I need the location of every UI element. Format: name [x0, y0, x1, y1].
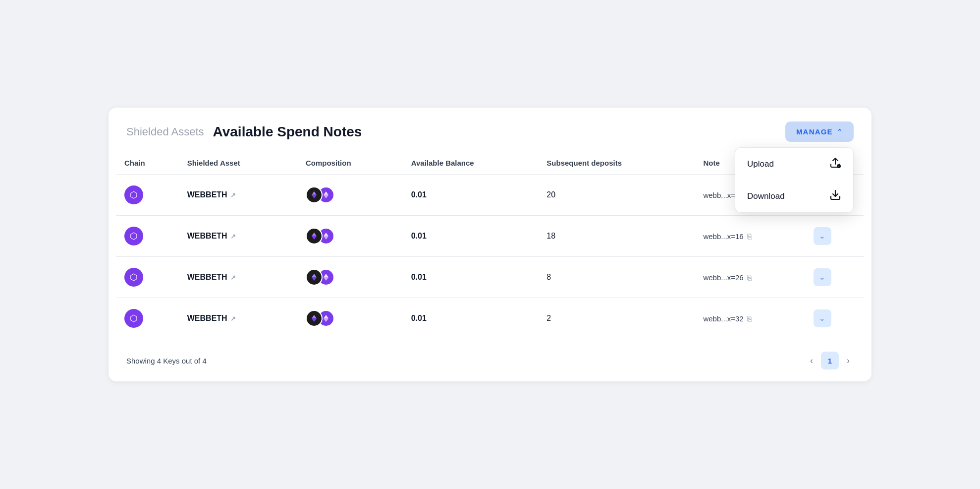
- col-chain: Chain: [116, 152, 179, 175]
- cell-balance: 0.01: [403, 216, 539, 257]
- balance-value: 0.01: [411, 314, 427, 322]
- main-container: Shielded Assets Available Spend Notes MA…: [109, 108, 871, 381]
- external-link-icon[interactable]: ↗: [230, 233, 236, 240]
- balance-value: 0.01: [411, 232, 427, 240]
- cell-chain: ⬡: [116, 216, 179, 257]
- upload-menu-item[interactable]: Upload: [735, 148, 853, 180]
- breadcrumb[interactable]: Shielded Assets: [126, 125, 204, 138]
- chevron-down-icon: ⌄: [819, 314, 825, 323]
- cell-composition: [298, 175, 403, 216]
- eth-composition-icon: [306, 269, 323, 286]
- external-link-icon[interactable]: ↗: [230, 315, 236, 322]
- header: Shielded Assets Available Spend Notes MA…: [109, 108, 871, 152]
- asset-name: WEBBETH ↗: [187, 314, 290, 323]
- cell-composition: [298, 298, 403, 339]
- header-left: Shielded Assets Available Spend Notes: [126, 124, 362, 140]
- asset-name-text: WEBBETH: [187, 314, 227, 323]
- cell-chain: ⬡: [116, 175, 179, 216]
- cell-subsequent-deposits: 8: [539, 257, 695, 298]
- upload-label: Upload: [747, 159, 774, 169]
- download-icon: [829, 189, 841, 203]
- note-value: webb...x=16: [703, 232, 743, 241]
- cell-asset: WEBBETH ↗: [179, 257, 298, 298]
- deposits-value: 18: [546, 232, 555, 240]
- ethereum-icon: ⬡: [130, 231, 138, 242]
- ethereum-icon: ⬡: [130, 313, 138, 324]
- cell-composition: [298, 216, 403, 257]
- current-page[interactable]: 1: [821, 352, 839, 369]
- ethereum-icon: ⬡: [130, 272, 138, 283]
- composition-icons: [306, 228, 395, 244]
- balance-value: 0.01: [411, 190, 427, 199]
- cell-balance: 0.01: [403, 257, 539, 298]
- note-text: webb...x=26 ⎘: [703, 273, 798, 282]
- cell-asset: WEBBETH ↗: [179, 216, 298, 257]
- chevron-up-icon: ⌃: [837, 128, 843, 135]
- cell-expand: ⌄: [806, 257, 864, 298]
- cell-balance: 0.01: [403, 175, 539, 216]
- note-value: webb...x=32: [703, 314, 743, 323]
- cell-note: webb...x=26 ⎘: [695, 257, 806, 298]
- cell-balance: 0.01: [403, 298, 539, 339]
- download-label: Download: [747, 191, 785, 201]
- next-page-button[interactable]: ›: [843, 354, 854, 368]
- cell-composition: [298, 257, 403, 298]
- cell-note: webb...x=32 ⎘: [695, 298, 806, 339]
- table-row: ⬡ WEBBETH ↗ 0.012 webb...x=32 ⎘: [116, 298, 864, 339]
- download-menu-item[interactable]: Download: [735, 180, 853, 212]
- ethereum-icon: ⬡: [130, 189, 138, 200]
- col-available-balance: Available Balance: [403, 152, 539, 175]
- composition-icons: [306, 310, 395, 327]
- note-text: webb...x=16 ⎘: [703, 232, 798, 241]
- cell-subsequent-deposits: 20: [539, 175, 695, 216]
- cell-subsequent-deposits: 2: [539, 298, 695, 339]
- asset-name-text: WEBBETH: [187, 190, 227, 199]
- eth-composition-icon: [306, 186, 323, 203]
- eth-composition-icon: [306, 310, 323, 327]
- cell-asset: WEBBETH ↗: [179, 175, 298, 216]
- copy-icon[interactable]: ⎘: [747, 232, 752, 241]
- eth-composition-icon: [306, 228, 323, 244]
- table-row: ⬡ WEBBETH ↗ 0.018 webb...x=26 ⎘: [116, 257, 864, 298]
- pagination: ‹ 1 ›: [806, 352, 854, 369]
- cell-note: webb...x=16 ⎘: [695, 216, 806, 257]
- expand-row-button[interactable]: ⌄: [814, 309, 831, 327]
- asset-name-text: WEBBETH: [187, 273, 227, 282]
- col-composition: Composition: [298, 152, 403, 175]
- note-text: webb...x=32 ⎘: [703, 314, 798, 323]
- showing-text: Showing 4 Keys out of 4: [126, 357, 207, 365]
- deposits-value: 8: [546, 273, 551, 281]
- external-link-icon[interactable]: ↗: [230, 191, 236, 199]
- page-title: Available Spend Notes: [213, 124, 362, 140]
- chain-icon: ⬡: [124, 309, 143, 328]
- cell-chain: ⬡: [116, 257, 179, 298]
- chevron-down-icon: ⌄: [819, 232, 825, 241]
- expand-row-button[interactable]: ⌄: [814, 227, 831, 245]
- asset-name: WEBBETH ↗: [187, 273, 290, 282]
- asset-name: WEBBETH ↗: [187, 190, 290, 199]
- copy-icon[interactable]: ⎘: [747, 273, 752, 282]
- copy-icon[interactable]: ⎘: [747, 314, 752, 323]
- manage-dropdown: Upload Download: [735, 147, 854, 213]
- note-value: webb...x=26: [703, 273, 743, 282]
- asset-name-text: WEBBETH: [187, 232, 227, 241]
- expand-row-button[interactable]: ⌄: [814, 268, 831, 286]
- upload-icon: [829, 157, 841, 171]
- footer: Showing 4 Keys out of 4 ‹ 1 ›: [109, 343, 871, 369]
- external-link-icon[interactable]: ↗: [230, 274, 236, 281]
- composition-icons: [306, 186, 395, 203]
- col-shielded-asset: Shielded Asset: [179, 152, 298, 175]
- cell-expand: ⌄: [806, 298, 864, 339]
- cell-chain: ⬡: [116, 298, 179, 339]
- manage-button[interactable]: MANAGE ⌃: [785, 122, 854, 142]
- manage-label: MANAGE: [796, 127, 833, 136]
- table-row: ⬡ WEBBETH ↗ 0.0118 webb...x=16 ⎘: [116, 216, 864, 257]
- col-subsequent-deposits: Subsequent deposits: [539, 152, 695, 175]
- deposits-value: 20: [546, 190, 555, 199]
- cell-asset: WEBBETH ↗: [179, 298, 298, 339]
- chain-icon: ⬡: [124, 227, 143, 245]
- prev-page-button[interactable]: ‹: [806, 354, 817, 368]
- chevron-down-icon: ⌄: [819, 273, 825, 282]
- chain-icon: ⬡: [124, 268, 143, 287]
- balance-value: 0.01: [411, 273, 427, 281]
